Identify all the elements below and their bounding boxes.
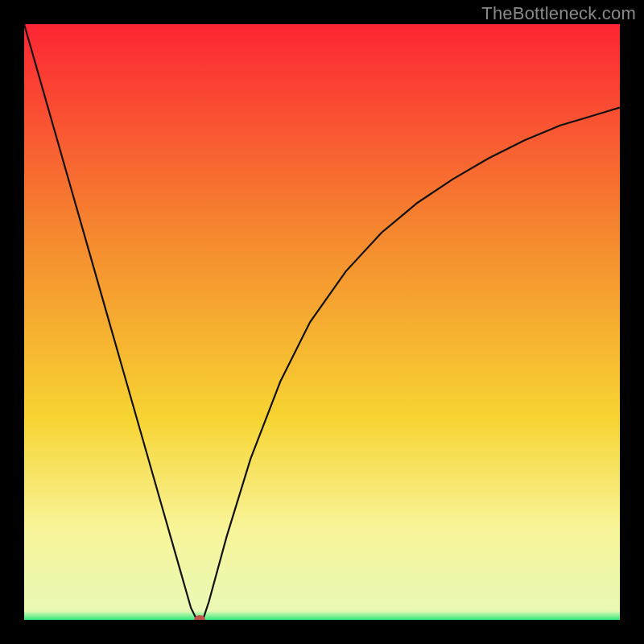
chart-svg [24,24,620,620]
chart-frame: TheBottleneck.com [0,0,644,644]
plot-area [24,24,620,620]
minimum-marker [194,615,205,620]
background-rect [24,24,620,620]
watermark-text: TheBottleneck.com [481,3,636,24]
